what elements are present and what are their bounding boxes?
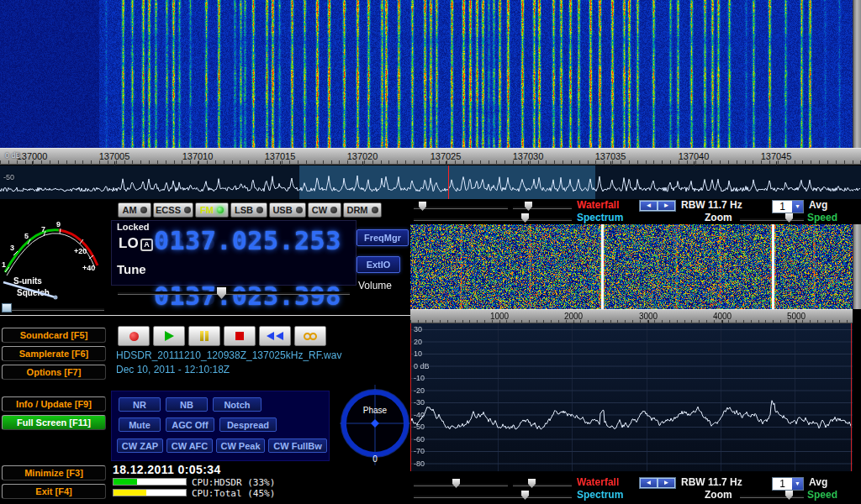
slider-thumb[interactable] xyxy=(419,202,426,211)
contrast-slider[interactable] xyxy=(513,202,572,213)
extio-button[interactable]: ExtIO xyxy=(357,256,400,273)
volume-slider-thumb[interactable] xyxy=(217,287,226,299)
loop-button[interactable] xyxy=(294,326,326,346)
left-arrow-icon[interactable]: ◄ xyxy=(641,202,657,210)
cw-afc-button[interactable]: CW AFC xyxy=(166,438,213,453)
rbw-label: RBW 11.7 Hz xyxy=(681,477,742,488)
contrast-slider[interactable] xyxy=(513,479,572,490)
right-arrow-icon[interactable]: ► xyxy=(658,479,674,487)
mode-button-fm[interactable]: FM xyxy=(195,202,229,218)
samplerate-button[interactable]: Samplerate [F6] xyxy=(2,346,106,361)
cpu-hdsdr-text: CPU:HDSDR (33%) xyxy=(192,477,275,488)
af-spectrum[interactable] xyxy=(410,323,853,471)
waterfall-label[interactable]: Waterfall xyxy=(577,200,619,211)
cw-fullbw-button[interactable]: CW FullBw xyxy=(268,438,327,453)
mode-label: CW xyxy=(312,205,327,215)
af-waterfall[interactable] xyxy=(410,224,853,309)
transport-controls xyxy=(118,326,326,346)
main-frequency-scale[interactable]: 137000 137005 137010 137015 137020 13702… xyxy=(0,148,861,165)
avg-select[interactable]: 1 ▼ xyxy=(772,200,804,213)
despread-button[interactable]: Despread xyxy=(219,417,277,432)
spectrum-label[interactable]: Spectrum xyxy=(577,490,623,501)
slider-thumb[interactable] xyxy=(521,213,529,223)
zoom-slider[interactable] xyxy=(414,213,572,224)
slider-thumb[interactable] xyxy=(521,491,529,500)
pause-button[interactable] xyxy=(188,326,220,346)
af-frequency-scale[interactable]: 1000 2000 3000 4000 5000 xyxy=(410,309,853,323)
s-meter-tick-label: 9 xyxy=(56,220,61,228)
agc-off-button[interactable]: AGC Off xyxy=(166,417,214,432)
soundcard-button[interactable]: Soundcard [F5] xyxy=(2,328,106,343)
scale-minor-ticks xyxy=(0,160,861,164)
freqmgr-button[interactable]: FreqMgr xyxy=(357,229,409,246)
avg-select[interactable]: 1 ▼ xyxy=(772,477,804,491)
main-spectrum[interactable] xyxy=(0,165,861,199)
shift-arrows: ◄ ► xyxy=(639,477,676,489)
main-waterfall[interactable] xyxy=(0,0,853,148)
waterfall-label[interactable]: Waterfall xyxy=(577,477,619,488)
tune-label: Tune xyxy=(117,262,146,276)
dropdown-arrow-icon[interactable]: ▼ xyxy=(792,478,803,490)
dropdown-arrow-icon[interactable]: ▼ xyxy=(792,201,803,213)
frequency-display-panel: Locked LO A 8888.888.888 0137.025.253 Tu… xyxy=(111,220,357,286)
info-update-button[interactable]: Info / Update [F9] xyxy=(2,396,106,412)
locked-label: Locked xyxy=(117,222,150,232)
play-button[interactable] xyxy=(153,326,185,346)
s-meter-tick-label: 1 xyxy=(2,260,6,269)
fullscreen-button[interactable]: Full Screen [F11] xyxy=(2,415,106,430)
squelch-slider-thumb[interactable] xyxy=(2,303,12,312)
zoom-slider[interactable] xyxy=(414,491,572,501)
display-controls-bottom: Waterfall ◄ ► RBW 11.7 Hz 1 ▼ Avg Spectr… xyxy=(410,476,861,501)
lo-label: LO xyxy=(119,235,139,252)
rewind-button[interactable] xyxy=(259,326,291,346)
mode-button-drm[interactable]: DRM xyxy=(343,202,382,218)
stop-button[interactable] xyxy=(224,326,256,346)
mode-button-usb[interactable]: USB xyxy=(269,202,306,218)
play-icon xyxy=(165,331,174,341)
record-icon xyxy=(129,332,139,341)
mode-led-icon xyxy=(184,207,191,213)
options-button[interactable]: Options [F7] xyxy=(2,365,106,380)
left-arrow-icon[interactable]: ◄ xyxy=(641,479,657,487)
record-button[interactable] xyxy=(118,326,150,346)
db-axis-label: -50 xyxy=(414,423,425,431)
squelch-slider[interactable] xyxy=(2,303,104,314)
spectrum-label[interactable]: Spectrum xyxy=(577,213,623,223)
af-waterfall-scrollbar[interactable] xyxy=(853,224,861,309)
cpu-total-fill xyxy=(114,490,146,496)
squelch-slider-track[interactable] xyxy=(2,307,104,311)
s-units-label: S-units xyxy=(13,276,42,286)
cw-peak-button[interactable]: CW Peak xyxy=(216,438,265,453)
slider-thumb[interactable] xyxy=(785,213,793,223)
slider-thumb[interactable] xyxy=(452,479,460,488)
right-arrow-icon[interactable]: ► xyxy=(658,202,674,210)
nb-button[interactable]: NB xyxy=(166,397,208,412)
mode-led-icon xyxy=(330,207,337,213)
lock-icon[interactable]: A xyxy=(140,239,153,251)
slider-thumb[interactable] xyxy=(525,202,532,211)
minimize-button[interactable]: Minimize [F3] xyxy=(2,465,106,480)
exit-button[interactable]: Exit [F4] xyxy=(2,484,106,499)
speed-slider[interactable] xyxy=(740,213,804,224)
cw-zap-button[interactable]: CW ZAP xyxy=(117,438,163,453)
cpu-total-text: CPU:Total (45%) xyxy=(192,488,275,499)
db-axis-label: 20 xyxy=(414,338,422,346)
speed-label: Speed xyxy=(807,213,837,223)
volume-slider-track[interactable] xyxy=(118,291,350,295)
mode-button-am[interactable]: AM xyxy=(118,202,151,218)
main-waterfall-scrollbar[interactable] xyxy=(853,0,861,148)
db-axis-label: -60 xyxy=(414,435,425,444)
slider-thumb[interactable] xyxy=(785,491,793,500)
slider-thumb[interactable] xyxy=(528,479,536,488)
brightness-slider[interactable] xyxy=(414,479,508,490)
nr-button[interactable]: NR xyxy=(119,397,161,412)
notch-button[interactable]: Notch xyxy=(213,397,261,412)
mode-button-cw[interactable]: CW xyxy=(308,202,341,218)
mode-button-ecss[interactable]: ECSS xyxy=(153,202,193,218)
mode-button-lsb[interactable]: LSB xyxy=(230,202,267,218)
db-axis-label: -80 xyxy=(414,459,425,468)
speed-slider[interactable] xyxy=(740,491,804,501)
mute-button[interactable]: Mute xyxy=(119,417,161,432)
brightness-slider[interactable] xyxy=(414,202,508,213)
volume-slider[interactable] xyxy=(118,287,350,298)
